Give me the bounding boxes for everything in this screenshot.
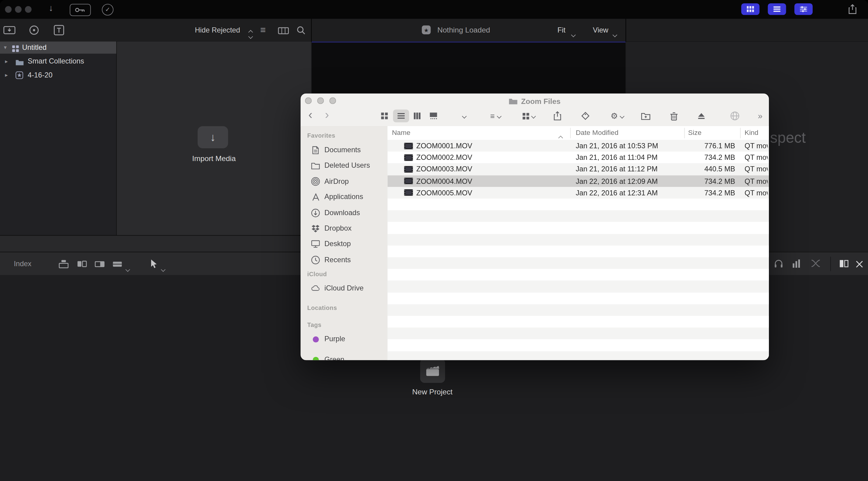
- table-row[interactable]: ZOOM0001.MOVJan 21, 2016 at 10:53 PM776.…: [388, 140, 769, 152]
- table-row[interactable]: ZOOM0003.MOVJan 21, 2016 at 11:12 PM440.…: [388, 163, 769, 175]
- toolbar-overflow-button[interactable]: »: [758, 110, 763, 123]
- timeline-panel-icon[interactable]: [839, 259, 848, 270]
- sidebar-item-deleted-users[interactable]: Deleted Users: [301, 159, 388, 172]
- forward-button[interactable]: ›: [325, 108, 329, 122]
- delete-button[interactable]: [667, 110, 680, 123]
- filter-dropdown[interactable]: Hide Rejected: [195, 19, 240, 42]
- file-name: ZOOM0005.MOV: [416, 187, 472, 199]
- file-size: 440.5 MB: [686, 163, 735, 175]
- connect-clip-icon[interactable]: [59, 259, 69, 270]
- key-icon: [75, 7, 86, 13]
- sidebar-item-untitled[interactable]: ▾ Untitled: [0, 42, 116, 54]
- sidebar-item-documents[interactable]: Documents: [301, 143, 388, 157]
- column-header-name[interactable]: Name: [392, 126, 410, 140]
- clip-list-icon[interactable]: ≡: [260, 19, 266, 42]
- arrange-dropdown-button[interactable]: [518, 110, 540, 123]
- share-icon: [554, 111, 561, 121]
- sort-dropdown-button[interactable]: ≡: [484, 110, 506, 123]
- column-divider[interactable]: [684, 128, 685, 138]
- new-project-label[interactable]: New Project: [377, 388, 488, 396]
- column-divider[interactable]: [570, 128, 571, 138]
- sort-icon: ≡: [490, 111, 495, 120]
- disclosure-down-icon[interactable]: ▾: [4, 42, 7, 54]
- insert-clip-icon[interactable]: [77, 259, 87, 270]
- folder-icon: [509, 98, 518, 105]
- sidebar-item-icloud-drive[interactable]: iCloud Drive: [301, 282, 388, 295]
- screen: ↓ ✓ Hide Rejected ≡: [0, 0, 868, 481]
- key-button[interactable]: [70, 4, 91, 16]
- sidebar-item-recents[interactable]: Recents: [301, 253, 388, 267]
- sidebar-item-applications[interactable]: Applications: [301, 190, 388, 203]
- action-dropdown-button[interactable]: ⚙: [606, 110, 628, 123]
- sidebar-item-airdrop[interactable]: AirDrop: [301, 175, 388, 188]
- sidebar-item-label: 4-16-20: [28, 69, 53, 82]
- view-dropdown[interactable]: View: [593, 19, 608, 42]
- column-header-size[interactable]: Size: [688, 126, 702, 140]
- list-layout-button[interactable]: [768, 3, 786, 15]
- column-header-date-modified[interactable]: Date Modified: [576, 126, 618, 140]
- eject-button[interactable]: [695, 110, 708, 123]
- filmstrip-view-icon[interactable]: [278, 26, 289, 36]
- import-media-label[interactable]: Import Media: [117, 154, 311, 163]
- sidebar-item-tag-purple[interactable]: Purple: [301, 332, 388, 346]
- overwrite-clip-icon[interactable]: [113, 259, 123, 270]
- back-button[interactable]: ‹: [308, 108, 312, 122]
- new-project-button[interactable]: [420, 358, 445, 383]
- table-row[interactable]: ZOOM0002.MOVJan 21, 2016 at 11:04 PM734.…: [388, 152, 769, 163]
- chevron-down-icon[interactable]: [126, 263, 129, 273]
- import-download-icon[interactable]: ↓: [49, 3, 53, 13]
- import-media-button[interactable]: ↓: [197, 126, 228, 148]
- table-row-empty: [388, 269, 769, 281]
- chevron-down-icon[interactable]: [162, 263, 165, 273]
- fcp-browser: ↓ Import Media: [117, 42, 311, 235]
- index-button[interactable]: Index: [14, 252, 32, 275]
- column-divider[interactable]: [740, 128, 741, 138]
- viewer-status-text: Nothing Loaded: [437, 19, 490, 42]
- group-dropdown-button[interactable]: [457, 110, 472, 123]
- effects-icon[interactable]: [29, 25, 39, 38]
- media-import-icon[interactable]: [3, 24, 16, 38]
- section-header-favorites: Favorites: [307, 132, 335, 139]
- file-size: 776.1 MB: [686, 140, 735, 152]
- movie-file-icon: [404, 189, 413, 196]
- sidebar-item-smart-collections[interactable]: ▸ Smart Collections: [0, 55, 116, 67]
- close-panel-icon[interactable]: [856, 260, 863, 270]
- chevron-down-icon: [462, 114, 467, 118]
- column-header-kind[interactable]: Kind: [745, 126, 758, 140]
- chevron-down-icon: [497, 114, 501, 118]
- icon-view-button[interactable]: [376, 110, 393, 123]
- headphones-icon[interactable]: [774, 259, 783, 270]
- sidebar-item-event[interactable]: ▸ 4-16-20: [0, 69, 116, 82]
- audio-meters-icon[interactable]: [792, 259, 801, 270]
- gallery-view-button[interactable]: [425, 110, 442, 123]
- sliders-button[interactable]: [795, 3, 813, 15]
- share-button[interactable]: [551, 110, 564, 123]
- check-circle-button[interactable]: ✓: [102, 4, 114, 15]
- disclosure-right-icon[interactable]: ▸: [5, 55, 8, 67]
- table-row[interactable]: ZOOM0005.MOVJan 22, 2016 at 12:31 AM734.…: [388, 187, 769, 199]
- crossfade-icon[interactable]: [811, 259, 820, 269]
- sidebar-item-downloads[interactable]: Downloads: [301, 206, 388, 220]
- new-folder-button[interactable]: [638, 110, 652, 123]
- list-view-button[interactable]: [393, 110, 409, 123]
- table-row[interactable]: ZOOM0004.MOVJan 22, 2016 at 12:09 AM734.…: [388, 175, 769, 187]
- titles-icon[interactable]: [54, 25, 64, 38]
- file-kind: QT mov: [745, 175, 768, 187]
- column-view-button[interactable]: [409, 110, 426, 123]
- window-minimize-button[interactable]: [15, 6, 22, 13]
- sidebar-item-tag-green[interactable]: Green: [301, 353, 388, 360]
- sidebar-item-dropbox[interactable]: Dropbox: [301, 222, 388, 235]
- append-clip-icon[interactable]: [95, 259, 104, 270]
- fit-dropdown[interactable]: Fit: [558, 19, 565, 42]
- search-icon[interactable]: [297, 26, 306, 37]
- window-zoom-button[interactable]: [25, 6, 32, 13]
- window-close-button[interactable]: [5, 6, 11, 13]
- tags-button[interactable]: [579, 110, 592, 123]
- cursor-tool-button[interactable]: [151, 259, 158, 271]
- network-button[interactable]: [728, 110, 741, 123]
- grid-layout-button[interactable]: [741, 3, 760, 15]
- sidebar-item-desktop[interactable]: Desktop: [301, 237, 388, 251]
- share-button[interactable]: [848, 4, 857, 17]
- disclosure-right-icon[interactable]: ▸: [5, 69, 8, 82]
- airdrop-icon: [311, 177, 320, 186]
